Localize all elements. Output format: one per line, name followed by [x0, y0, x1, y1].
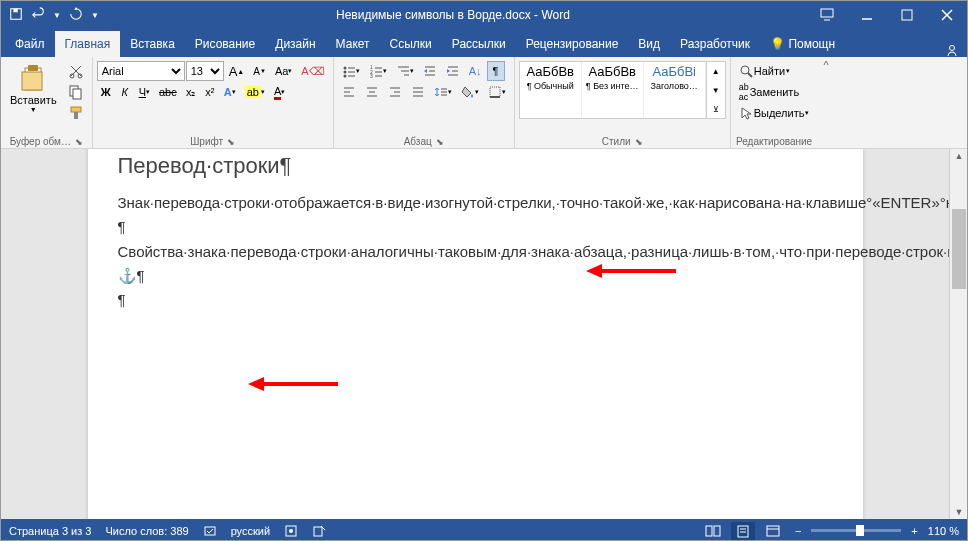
status-language[interactable]: русский [231, 525, 270, 537]
border-icon [488, 85, 502, 99]
styles-scroll-up[interactable]: ▲ [707, 62, 725, 80]
select-button[interactable]: Выделить▾ [735, 103, 814, 123]
doc-paragraph-empty: ¶ [118, 217, 833, 237]
status-words[interactable]: Число слов: 389 [105, 525, 188, 537]
tab-mailings[interactable]: Рассылки [442, 31, 516, 57]
save-icon[interactable] [9, 7, 23, 24]
tab-developer[interactable]: Разработчик [670, 31, 760, 57]
zoom-thumb[interactable] [856, 525, 864, 536]
document-page[interactable]: Перевод·строки¶ Знак·перевода·строки·ото… [88, 149, 863, 519]
zoom-level[interactable]: 110 % [928, 525, 959, 537]
group-styles: АаБбВв ¶ Обычный АаБбВв ¶ Без инте… АаБб… [515, 57, 731, 148]
scroll-down-icon[interactable]: ▼ [950, 505, 968, 519]
zoom-slider[interactable] [811, 529, 901, 532]
borders-button[interactable]: ▾ [484, 82, 510, 102]
collapse-ribbon-button[interactable]: ^ [817, 57, 834, 148]
titlebar: ▼ ▼ Невидимые символы в Ворде.docx - Wor… [1, 1, 967, 29]
tell-me[interactable]: 💡 Помощн [760, 31, 845, 57]
qat-customize-icon[interactable]: ▼ [91, 11, 99, 20]
status-proofing-icon[interactable] [203, 524, 217, 538]
sort-button[interactable]: A↓ [465, 61, 486, 81]
search-icon [739, 64, 753, 78]
tab-design[interactable]: Дизайн [265, 31, 325, 57]
shading-button[interactable]: ▾ [457, 82, 483, 102]
share-icon[interactable] [945, 43, 959, 57]
shrink-font-button[interactable]: A▼ [249, 61, 270, 81]
copy-icon [68, 84, 84, 100]
svg-point-19 [343, 71, 346, 74]
svg-rect-1 [13, 8, 17, 12]
paragraph-dialog-launcher[interactable]: ⬊ [436, 137, 444, 147]
tab-draw[interactable]: Рисование [185, 31, 265, 57]
bold-button[interactable]: Ж [97, 82, 115, 102]
copy-button[interactable] [64, 82, 88, 102]
style-normal[interactable]: АаБбВв ¶ Обычный [520, 62, 582, 118]
brush-icon [68, 105, 84, 121]
change-case-button[interactable]: Aa▾ [271, 61, 296, 81]
cut-button[interactable] [64, 61, 88, 81]
text-effects-button[interactable]: A▾ [220, 82, 240, 102]
document-area: Перевод·строки¶ Знак·перевода·строки·ото… [1, 149, 967, 519]
format-painter-button[interactable] [64, 103, 88, 123]
close-button[interactable] [927, 1, 967, 29]
view-read-button[interactable] [701, 522, 725, 540]
tab-layout[interactable]: Макет [326, 31, 380, 57]
bullets-icon [342, 64, 356, 78]
status-page[interactable]: Страница 3 из 3 [9, 525, 91, 537]
tab-file[interactable]: Файл [5, 31, 55, 57]
bullets-button[interactable]: ▾ [338, 61, 364, 81]
font-name-select[interactable]: Arial [97, 61, 185, 81]
ribbon-options-button[interactable] [807, 1, 847, 29]
view-web-button[interactable] [761, 522, 785, 540]
strike-button[interactable]: abc [155, 82, 181, 102]
replace-button[interactable]: abacЗаменить [735, 82, 803, 102]
paste-button[interactable]: Вставить ▼ [5, 61, 62, 116]
maximize-button[interactable] [887, 1, 927, 29]
undo-icon[interactable] [31, 7, 45, 24]
style-heading[interactable]: АаБбВі Заголово… [644, 62, 706, 118]
clipboard-dialog-launcher[interactable]: ⬊ [75, 137, 83, 147]
view-print-button[interactable] [731, 522, 755, 540]
style-nospacing[interactable]: АаБбВв ¶ Без инте… [582, 62, 644, 118]
tab-references[interactable]: Ссылки [380, 31, 442, 57]
show-marks-button[interactable]: ¶ [487, 61, 505, 81]
styles-expand[interactable]: ⊻ [707, 100, 725, 118]
status-track-icon[interactable] [312, 524, 326, 538]
numbering-button[interactable]: 123▾ [365, 61, 391, 81]
tab-review[interactable]: Рецензирование [516, 31, 629, 57]
line-spacing-button[interactable]: ▾ [430, 82, 456, 102]
find-button[interactable]: Найти▾ [735, 61, 794, 81]
tab-home[interactable]: Главная [55, 31, 121, 57]
vertical-scrollbar[interactable]: ▲ ▼ [949, 149, 967, 519]
font-color-button[interactable]: A▾ [270, 82, 289, 102]
undo-dropdown-icon[interactable]: ▼ [53, 11, 61, 20]
zoom-out-button[interactable]: − [791, 523, 805, 539]
italic-button[interactable]: К [116, 82, 134, 102]
zoom-in-button[interactable]: + [907, 523, 921, 539]
align-right-button[interactable] [384, 82, 406, 102]
decrease-indent-button[interactable] [419, 61, 441, 81]
minimize-button[interactable] [847, 1, 887, 29]
subscript-button[interactable]: x₂ [182, 82, 200, 102]
scroll-up-icon[interactable]: ▲ [950, 149, 968, 163]
justify-button[interactable] [407, 82, 429, 102]
highlight-button[interactable]: ab▾ [241, 82, 269, 102]
align-left-button[interactable] [338, 82, 360, 102]
tab-view[interactable]: Вид [628, 31, 670, 57]
styles-scroll-down[interactable]: ▼ [707, 81, 725, 99]
redo-icon[interactable] [69, 7, 83, 24]
cut-icon [68, 63, 84, 79]
styles-dialog-launcher[interactable]: ⬊ [635, 137, 643, 147]
font-dialog-launcher[interactable]: ⬊ [227, 137, 235, 147]
superscript-button[interactable]: x² [201, 82, 219, 102]
align-center-button[interactable] [361, 82, 383, 102]
multilevel-button[interactable]: ▾ [392, 61, 418, 81]
increase-indent-button[interactable] [442, 61, 464, 81]
status-macro-icon[interactable] [284, 524, 298, 538]
tab-insert[interactable]: Вставка [120, 31, 185, 57]
grow-font-button[interactable]: A▲ [225, 61, 249, 81]
clear-format-button[interactable]: A⌫ [297, 61, 328, 81]
scroll-thumb[interactable] [952, 209, 966, 289]
font-size-select[interactable]: 13 [186, 61, 224, 81]
underline-button[interactable]: Ч▾ [135, 82, 154, 102]
